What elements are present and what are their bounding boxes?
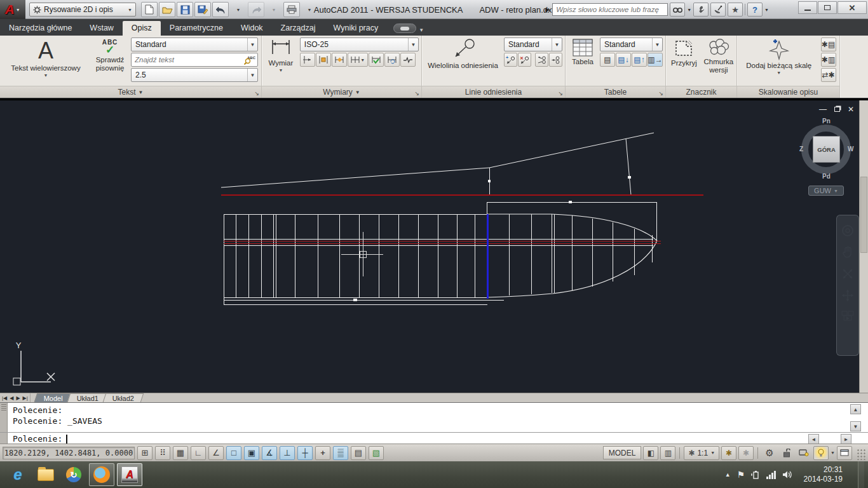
quick-properties-toggle[interactable]: ▤ (351, 446, 366, 460)
isolate-objects-button[interactable] (813, 446, 829, 460)
scroll-left-button[interactable]: ◀ (808, 434, 819, 444)
tab-wstaw[interactable]: Wstaw (81, 21, 123, 36)
tab-widok[interactable]: Widok (232, 21, 272, 36)
hardware-acceleration-button[interactable] (796, 446, 811, 460)
zoom-icon[interactable] (841, 268, 854, 280)
scroll-right-button[interactable]: ▶ (841, 434, 851, 444)
application-menu-button[interactable]: A ▼ (0, 0, 25, 19)
scroll-down-button[interactable]: ▼ (850, 421, 861, 431)
undo-button[interactable] (212, 2, 229, 17)
annotation-visibility-button[interactable]: ✱ (721, 446, 736, 460)
annotation-visibility-button[interactable]: ✱▤ (821, 37, 836, 51)
wipeout-button[interactable]: Przykryj (668, 37, 700, 86)
action-center-flag-icon[interactable]: ⚑ (737, 470, 745, 480)
compass-south-label[interactable]: Pd (822, 173, 831, 180)
show-desktop-button[interactable] (858, 461, 864, 488)
auto-add-scales-button[interactable]: ✱ (738, 446, 754, 460)
dim-baseline-button[interactable] (300, 53, 315, 67)
close-button[interactable]: ✕ (837, 1, 867, 14)
dynamic-input-toggle[interactable]: ┼ (297, 446, 313, 460)
new-file-button[interactable] (141, 2, 158, 17)
dim-style-dropdown[interactable]: ISO-25 ▼ (300, 37, 419, 51)
dialog-launcher-icon[interactable]: ↘ (254, 90, 259, 97)
table-style-dropdown[interactable]: Standard ▼ (600, 37, 663, 51)
lineweight-toggle[interactable]: + (315, 446, 330, 460)
polar-tracking-toggle[interactable]: ∠ (208, 446, 224, 460)
orbit-icon[interactable] (841, 289, 854, 302)
field-button[interactable]: ▤ (600, 53, 615, 67)
revision-cloud-button[interactable]: Chmurka wersji (702, 37, 735, 86)
power-battery-icon[interactable] (751, 470, 760, 479)
toolbar-lock-button[interactable] (779, 446, 794, 460)
align-leaders-button[interactable] (535, 53, 548, 67)
print-button[interactable] (283, 2, 300, 17)
chevron-down-icon[interactable]: ▼ (419, 27, 424, 33)
chevron-down-icon[interactable]: ▼ (764, 8, 769, 12)
panel-footer-skalowanie[interactable]: Skalowanie opisu (737, 86, 839, 98)
compass-north-label[interactable]: Pn (822, 118, 831, 125)
tab-narzedzia-glowne[interactable]: Narzędzia główne (0, 21, 81, 36)
dim-break-button[interactable] (332, 53, 347, 67)
dialog-launcher-icon[interactable]: ↘ (658, 90, 663, 97)
tab-model[interactable]: Model (34, 393, 73, 402)
scroll-up-button[interactable]: ▲ (850, 404, 861, 414)
dim-adjust-space-button[interactable] (316, 53, 331, 67)
find-text-field[interactable]: ABC (131, 53, 258, 67)
object-snap-3d-toggle[interactable]: ▣ (244, 446, 259, 460)
chevron-down-icon[interactable]: ▼ (831, 451, 835, 455)
drawing-canvas[interactable]: Y (0, 100, 868, 393)
navigation-bar[interactable] (836, 215, 859, 356)
tab-zarzadzaj[interactable]: Zarządzaj (272, 21, 325, 36)
add-leader-button[interactable]: + (504, 53, 517, 67)
vertical-scrollbar[interactable] (859, 100, 868, 393)
quick-view-layouts-button[interactable]: ◧ (643, 446, 658, 460)
command-window-grip[interactable] (0, 403, 8, 444)
auto-scale-button[interactable]: ✱▥ (821, 53, 836, 67)
tab-uklad2[interactable]: Układ2 (103, 393, 144, 402)
minimize-button[interactable] (798, 1, 817, 14)
spell-check-button[interactable]: ABC ✓ Sprawdź pisownię (92, 37, 128, 86)
help-button[interactable]: ? (747, 3, 763, 17)
quick-view-drawings-button[interactable]: ▥ (660, 446, 675, 460)
taskbar-updater[interactable]: ↻ (61, 463, 86, 486)
taskbar-autocad[interactable]: A (117, 463, 142, 486)
command-prompt[interactable]: Polecenie: (13, 434, 67, 444)
panel-footer-tabele[interactable]: Tabele ↘ (566, 86, 665, 98)
drawing-area[interactable]: Y — ✕ Pn Z W Pd GÓRA GUW ▼ (0, 100, 868, 393)
redo-dropdown[interactable]: ▼ (266, 2, 282, 17)
text-height-dropdown[interactable]: 2.5 ▼ (131, 68, 258, 82)
viewcube-top-face[interactable]: GÓRA (813, 136, 840, 163)
dim-reassociate-button[interactable] (384, 53, 400, 67)
next-tab-button[interactable]: ▶ (16, 395, 20, 401)
qat-customize-dropdown[interactable]: ▼ (301, 2, 318, 17)
last-tab-button[interactable]: ▶| (23, 395, 28, 401)
panel-footer-wymiary[interactable]: Wymiary ▼ ↘ (262, 86, 421, 98)
prev-tab-button[interactable]: ◀ (10, 395, 13, 401)
doc-restore-icon[interactable] (834, 107, 840, 112)
doc-minimize-icon[interactable]: — (819, 105, 827, 113)
panel-footer-tekst[interactable]: Tekst ▼ ↘ (0, 86, 261, 98)
front-view-tip-rib[interactable] (626, 139, 631, 195)
grid-toggle[interactable]: ▦ (173, 446, 188, 460)
find-text-input[interactable] (132, 56, 243, 64)
first-tab-button[interactable]: |◀ (2, 395, 7, 401)
model-space-button[interactable]: MODEL (603, 446, 642, 459)
command-window[interactable]: Polecenie:Polecenie: _SAVEAS ▲ ▼ Polecen… (0, 402, 868, 444)
table-button[interactable]: Tabela (568, 37, 597, 86)
add-current-scale-button[interactable]: Dodaj bieżącą skalę ▼ (740, 37, 818, 86)
datalink-download-button[interactable]: ▤↓ (616, 53, 631, 67)
hidden-icons-arrow[interactable]: ▲ (725, 471, 731, 478)
dialog-launcher-icon[interactable]: ↘ (558, 90, 563, 97)
tab-wyniki-pracy[interactable]: Wyniki pracy (325, 21, 388, 36)
dim-jog-line-button[interactable] (400, 53, 416, 67)
mtext-button[interactable]: A Tekst wielowierszowy ▼ (3, 37, 89, 86)
object-snap-toggle[interactable]: □ (226, 446, 241, 460)
command-scrollbar[interactable]: ▲ ▼ (850, 404, 861, 431)
tab-uklad1[interactable]: Układ1 (67, 393, 108, 402)
favorites-button[interactable]: ★ (728, 3, 743, 17)
dialog-launcher-icon[interactable]: ↘ (414, 90, 419, 97)
wing-ribs[interactable] (236, 214, 475, 297)
extract-data-button[interactable]: ▥→ (648, 53, 663, 67)
command-horizontal-scrollbar[interactable]: ◀ ▶ (808, 434, 851, 444)
compass-west-label[interactable]: Z (799, 146, 803, 152)
